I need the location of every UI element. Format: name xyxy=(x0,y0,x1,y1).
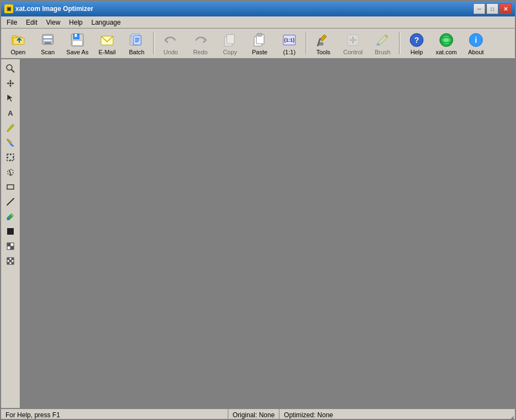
svg-rect-63 xyxy=(7,243,10,246)
vtool-rect[interactable] xyxy=(3,180,18,194)
minimize-button[interactable]: ─ xyxy=(473,3,485,14)
menu-file[interactable]: File xyxy=(2,18,21,27)
vtool-line[interactable] xyxy=(3,195,18,209)
scan-button[interactable]: Scan xyxy=(33,30,63,57)
vertical-toolbar: A xyxy=(1,59,21,408)
about-icon: i xyxy=(467,31,485,48)
svg-rect-72 xyxy=(9,260,12,262)
vtool-text[interactable]: A xyxy=(3,106,18,120)
tools-button[interactable]: Tools xyxy=(309,30,338,57)
vtool-move[interactable] xyxy=(3,76,18,90)
paste-icon xyxy=(251,31,268,48)
paste-button[interactable]: Paste xyxy=(245,30,274,57)
status-help: For Help, press F1 xyxy=(1,409,228,420)
vtool-pencil[interactable] xyxy=(3,121,18,135)
batch-button[interactable]: Batch xyxy=(122,30,152,57)
svg-marker-45 xyxy=(7,82,9,84)
sep1 xyxy=(153,32,154,54)
svg-point-38 xyxy=(444,38,448,42)
open-button[interactable]: Open xyxy=(3,30,33,57)
vtool-lasso[interactable] xyxy=(3,165,18,179)
control-label: Control xyxy=(343,49,362,55)
menu-help[interactable]: Help xyxy=(65,18,87,27)
email-button[interactable]: E-Mail xyxy=(92,30,122,57)
svg-rect-10 xyxy=(75,34,77,37)
help-label: Help xyxy=(411,49,423,55)
sep3 xyxy=(399,32,400,54)
menu-view[interactable]: View xyxy=(42,18,65,27)
control-button[interactable]: Control xyxy=(338,30,368,57)
original-text: Original: None xyxy=(233,411,275,419)
svg-point-33 xyxy=(377,43,380,46)
toolbar: Open Scan Save As xyxy=(1,29,515,59)
help-text: For Help, press F1 xyxy=(5,411,60,419)
save-as-label: Save As xyxy=(66,49,88,55)
copy-label: Copy xyxy=(223,49,237,55)
svg-line-42 xyxy=(12,70,14,72)
email-icon xyxy=(98,31,116,48)
vtool-select[interactable] xyxy=(3,150,18,164)
title-bar-left: ▣ xat.com Image Optimizer xyxy=(4,4,93,13)
svg-text:(1:1): (1:1) xyxy=(284,37,294,43)
window-title: xat.com Image Optimizer xyxy=(15,5,93,13)
main-area: A xyxy=(1,59,515,408)
maximize-button[interactable]: □ xyxy=(486,3,498,14)
svg-rect-71 xyxy=(12,258,14,260)
save-as-button[interactable]: Save As xyxy=(63,30,92,57)
zoom-icon: (1:1) xyxy=(281,31,298,48)
redo-button[interactable]: Redo xyxy=(186,30,215,57)
copy-button[interactable]: Copy xyxy=(215,30,245,57)
brush-button[interactable]: Brush xyxy=(368,30,397,57)
paste-label: Paste xyxy=(252,49,267,55)
copy-icon xyxy=(221,31,239,48)
close-button[interactable]: ✕ xyxy=(500,3,512,14)
vtool-grid1[interactable] xyxy=(3,239,18,253)
xat-icon xyxy=(438,31,455,48)
menu-language[interactable]: Language xyxy=(87,18,125,27)
svg-rect-70 xyxy=(7,258,9,260)
status-optimized: Optimized: None xyxy=(279,409,506,420)
svg-rect-1 xyxy=(12,36,16,38)
svg-rect-64 xyxy=(10,246,14,249)
help-icon: ? xyxy=(408,31,425,48)
vtool-zoom[interactable] xyxy=(3,61,18,76)
tools-icon xyxy=(315,31,332,48)
help-button[interactable]: ? Help xyxy=(402,30,431,57)
vtool-black[interactable] xyxy=(3,224,18,239)
resize-handle[interactable]: ◢ xyxy=(506,408,515,420)
sep2 xyxy=(306,32,307,54)
svg-point-47 xyxy=(9,82,12,84)
svg-point-32 xyxy=(352,38,355,41)
xat-label: xat.com xyxy=(436,49,457,55)
scan-label: Scan xyxy=(41,49,54,55)
svg-rect-73 xyxy=(7,262,9,264)
svg-rect-56 xyxy=(7,185,14,189)
menu-edit[interactable]: Edit xyxy=(21,18,42,27)
app-icon: ▣ xyxy=(4,4,13,13)
zoom-label: (1:1) xyxy=(283,49,296,55)
svg-text:?: ? xyxy=(414,36,419,44)
title-bar: ▣ xat.com Image Optimizer ─ □ ✕ xyxy=(1,1,515,16)
menu-bar: File Edit View Help Language xyxy=(1,16,515,29)
vtool-pointer[interactable] xyxy=(3,91,18,105)
svg-line-57 xyxy=(7,198,14,205)
zoom-button[interactable]: (1:1) (1:1) xyxy=(274,30,304,57)
open-icon xyxy=(9,31,27,48)
status-bar: For Help, press F1 Original: None Optimi… xyxy=(1,408,515,420)
email-label: E-Mail xyxy=(98,49,115,55)
control-icon xyxy=(344,31,362,48)
svg-rect-74 xyxy=(12,262,14,264)
svg-point-58 xyxy=(7,218,9,220)
window-controls[interactable]: ─ □ ✕ xyxy=(473,3,512,14)
brush-icon xyxy=(374,31,391,48)
svg-point-41 xyxy=(7,65,12,70)
vtool-grid2[interactable] xyxy=(3,254,18,268)
svg-rect-6 xyxy=(43,38,52,39)
about-button[interactable]: i About xyxy=(461,30,491,57)
svg-marker-43 xyxy=(9,80,12,82)
vtool-dropper[interactable] xyxy=(3,209,18,224)
xat-button[interactable]: xat.com xyxy=(431,30,461,57)
vtool-fill[interactable] xyxy=(3,135,18,150)
svg-rect-7 xyxy=(44,42,51,44)
undo-button[interactable]: Undo xyxy=(156,30,186,57)
